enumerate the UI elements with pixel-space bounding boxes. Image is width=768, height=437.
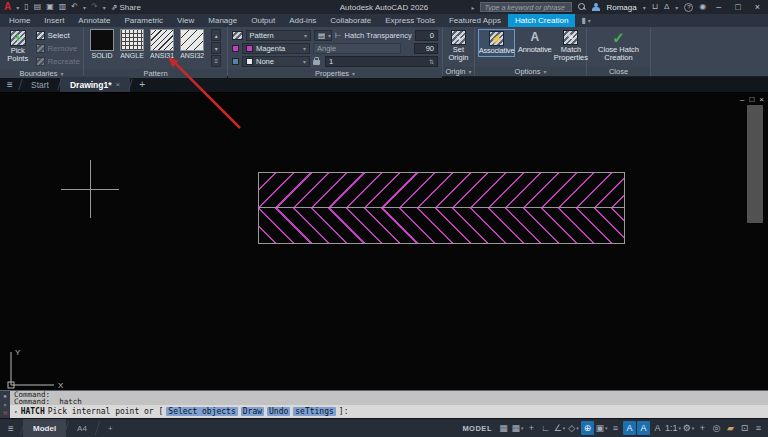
hatch-bottom-band[interactable] bbox=[259, 208, 624, 243]
new-file-icon[interactable]: ▯ bbox=[24, 2, 28, 12]
hatched-rectangle[interactable] bbox=[258, 172, 625, 244]
command-input-line[interactable]: ▾ HATCH Pick internal point or [ Select … bbox=[10, 405, 768, 418]
lineweight-icon[interactable]: ≡ bbox=[609, 421, 622, 435]
user-dropdown-icon[interactable]: ▾ bbox=[643, 4, 646, 11]
pattern-gallery-more-button[interactable]: ≡ bbox=[211, 55, 221, 67]
share-button[interactable]: ⇗ Share bbox=[111, 3, 141, 12]
option-draw[interactable]: Draw bbox=[241, 407, 264, 416]
hatch-angle-value[interactable]: 90 bbox=[414, 43, 438, 54]
pattern-gallery-down-button[interactable]: ▾ bbox=[211, 42, 221, 54]
user-name[interactable]: Romaga bbox=[606, 3, 636, 12]
hatch-type-dropdown[interactable]: Pattern ▾ bbox=[246, 30, 311, 41]
open-file-icon[interactable]: ▤ bbox=[34, 2, 42, 12]
background-color-dropdown[interactable]: None ▾ bbox=[242, 56, 310, 67]
scale-spinner-icon[interactable]: ⇅ bbox=[429, 58, 434, 65]
annotation-scale-value[interactable]: 1:1▾ bbox=[665, 421, 681, 435]
close-button[interactable]: × bbox=[751, 2, 764, 12]
restore-button[interactable]: □ bbox=[731, 2, 744, 12]
tab-output[interactable]: Output bbox=[244, 14, 282, 27]
layer-override-button[interactable]: ▤ ▾ bbox=[314, 30, 332, 41]
isolate-objects-icon[interactable]: ◎ bbox=[710, 421, 723, 435]
associative-toggle-button[interactable]: ⚡ Associative bbox=[478, 29, 515, 57]
annotative-toggle-button[interactable]: A Annotative bbox=[517, 29, 552, 55]
save-icon[interactable]: ▣ bbox=[46, 2, 54, 12]
model-layout-tab[interactable]: Model bbox=[23, 419, 66, 437]
search-icon[interactable] bbox=[578, 3, 586, 11]
tab-annotate[interactable]: Annotate bbox=[71, 14, 117, 27]
tab-home[interactable]: Home bbox=[2, 14, 37, 27]
relative-paper-space-lock-icon[interactable] bbox=[313, 60, 320, 65]
recent-commands-icon[interactable]: ▾ bbox=[14, 408, 18, 415]
annotative-scale-icon[interactable]: A bbox=[651, 421, 664, 435]
command-history-icon[interactable]: ▪ bbox=[3, 392, 7, 399]
plot-icon[interactable]: ▥ bbox=[59, 2, 67, 12]
match-properties-button[interactable]: ✎ Match Properties bbox=[554, 29, 587, 63]
transparency-slider-icon[interactable]: ⊢ bbox=[335, 31, 342, 40]
drawing-restore-icon[interactable]: □ bbox=[749, 95, 754, 104]
a4-layout-tab[interactable]: A4 bbox=[67, 419, 97, 437]
new-drawing-tab-button[interactable]: + bbox=[131, 77, 153, 92]
app-store-cart-icon[interactable]: ⊔ bbox=[652, 2, 658, 12]
command-customize-wrench-icon[interactable]: ⚒ bbox=[3, 409, 7, 417]
user-avatar-icon[interactable] bbox=[592, 3, 600, 12]
grid-icon[interactable]: ▦ bbox=[497, 421, 510, 435]
drawing-minimize-icon[interactable]: – bbox=[740, 95, 744, 104]
drawing-canvas[interactable]: – □ × Y X bbox=[0, 93, 768, 390]
dynamic-input-icon[interactable]: + bbox=[525, 421, 538, 435]
model-space-label[interactable]: MODEL bbox=[462, 424, 492, 433]
logo-dropdown-icon[interactable]: ▾ bbox=[16, 4, 19, 11]
tab-insert[interactable]: Insert bbox=[37, 14, 71, 27]
isometric-drafting-icon[interactable]: ◇▾ bbox=[567, 421, 580, 435]
drawing1-tab-close-icon[interactable]: × bbox=[116, 80, 121, 89]
tab-parametric[interactable]: Parametric bbox=[117, 14, 170, 27]
option-undo[interactable]: Undo bbox=[267, 407, 290, 416]
options-panel-label[interactable]: Options ▾ bbox=[475, 67, 586, 76]
hatch-transparency-value[interactable]: 0 bbox=[415, 30, 438, 41]
status-menu-icon[interactable]: ≡ bbox=[752, 421, 765, 435]
origin-panel-label[interactable]: Origin ▾ bbox=[443, 67, 474, 76]
hatch-top-band[interactable] bbox=[259, 173, 624, 208]
alert-dropdown-icon[interactable]: ▾ bbox=[675, 4, 678, 11]
vertical-scrollbar[interactable] bbox=[747, 105, 763, 223]
minimize-button[interactable]: – bbox=[712, 2, 725, 12]
pattern-ansi31-button[interactable]: ANSI31 bbox=[150, 29, 174, 59]
osnap-tracking-icon[interactable]: ⊕ bbox=[581, 421, 594, 435]
account-icon[interactable]: ◉ bbox=[699, 2, 706, 12]
select-boundary-button[interactable]: Select bbox=[36, 30, 80, 41]
pattern-ansi32-button[interactable]: ANSI32 bbox=[180, 29, 204, 59]
close-hatch-creation-button[interactable]: ✓ Close Hatch Creation bbox=[590, 29, 647, 63]
tab-view[interactable]: View bbox=[170, 14, 201, 27]
undo-icon[interactable]: ↶ bbox=[71, 2, 78, 12]
customization-plus-icon[interactable]: + bbox=[696, 421, 709, 435]
drawing1-tab[interactable]: Drawing1* × bbox=[60, 77, 130, 92]
polar-tracking-icon[interactable]: ∠▾ bbox=[553, 421, 566, 435]
search-input[interactable] bbox=[480, 2, 572, 12]
clean-screen-icon[interactable]: ⊡ bbox=[738, 421, 751, 435]
autocad-logo-icon[interactable]: A bbox=[4, 2, 11, 12]
workspace-gear-icon[interactable]: ⚙▾ bbox=[682, 421, 695, 435]
properties-panel-label[interactable]: Properties ▾ bbox=[228, 69, 442, 78]
redo-dropdown-icon[interactable]: ▾ bbox=[103, 4, 106, 11]
pattern-solid-button[interactable]: SOLID bbox=[90, 29, 114, 59]
annotation-autoscale-icon[interactable]: A bbox=[637, 421, 650, 435]
osnap-icon[interactable]: ▣▾ bbox=[595, 421, 608, 435]
command-collapse-icon[interactable]: × bbox=[3, 401, 7, 408]
hatch-scale-field[interactable]: 1 ⇅ bbox=[325, 56, 438, 67]
tab-express-tools[interactable]: Express Tools bbox=[378, 14, 442, 27]
pick-points-button[interactable]: + Pick Points bbox=[3, 29, 33, 64]
ortho-icon[interactable]: ∟ bbox=[539, 421, 552, 435]
snap-icon[interactable]: ▦▾ bbox=[511, 421, 524, 435]
start-tab[interactable]: Start bbox=[21, 77, 59, 92]
annotation-visibility-icon[interactable]: A bbox=[623, 421, 636, 435]
tab-add-ins[interactable]: Add-ins bbox=[282, 14, 323, 27]
notification-alert-icon[interactable]: Δ bbox=[664, 2, 669, 12]
tab-hatch-creation[interactable]: Hatch Creation bbox=[508, 14, 575, 27]
pattern-gallery-up-button[interactable]: ▴ bbox=[211, 29, 221, 41]
ribbon-display-toggle[interactable]: ▮ ▾ bbox=[575, 14, 596, 27]
undo-dropdown-icon[interactable]: ▾ bbox=[83, 4, 86, 11]
new-layout-button[interactable]: + bbox=[98, 419, 123, 437]
hatch-color-dropdown[interactable]: Magenta ▾ bbox=[242, 43, 310, 54]
tab-collaborate[interactable]: Collaborate bbox=[323, 14, 378, 27]
help-icon[interactable]: ? bbox=[684, 3, 693, 12]
tab-featured-apps[interactable]: Featured Apps bbox=[442, 14, 508, 27]
